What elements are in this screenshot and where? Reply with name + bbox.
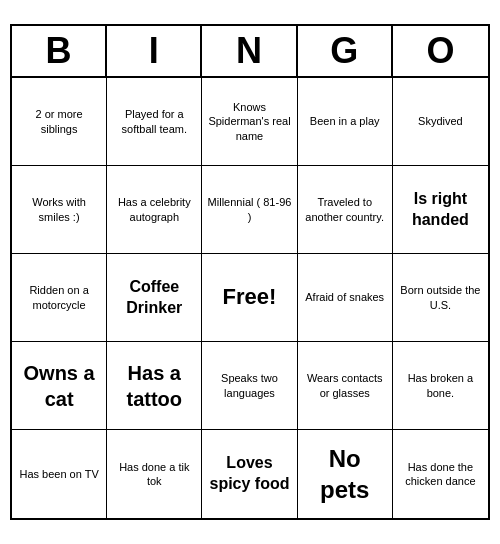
bingo-header: BINGO (12, 26, 488, 78)
bingo-cell-13: Afraid of snakes (298, 254, 393, 342)
bingo-grid: 2 or more siblingsPlayed for a softball … (12, 78, 488, 518)
bingo-cell-16: Has a tattoo (107, 342, 202, 430)
bingo-cell-1: Played for a softball team. (107, 78, 202, 166)
bingo-cell-17: Speaks two languages (202, 342, 297, 430)
bingo-cell-11: Coffee Drinker (107, 254, 202, 342)
bingo-cell-15: Owns a cat (12, 342, 107, 430)
bingo-cell-12: Free! (202, 254, 297, 342)
bingo-cell-6: Has a celebrity autograph (107, 166, 202, 254)
header-letter-n: N (202, 26, 297, 76)
bingo-cell-5: Works with smiles :) (12, 166, 107, 254)
bingo-cell-18: Wears contacts or glasses (298, 342, 393, 430)
bingo-cell-8: Traveled to another country. (298, 166, 393, 254)
bingo-cell-0: 2 or more siblings (12, 78, 107, 166)
bingo-cell-14: Born outside the U.S. (393, 254, 488, 342)
header-letter-b: B (12, 26, 107, 76)
bingo-card: BINGO 2 or more siblingsPlayed for a sof… (10, 24, 490, 520)
header-letter-o: O (393, 26, 488, 76)
bingo-cell-10: Ridden on a motorcycle (12, 254, 107, 342)
bingo-cell-20: Has been on TV (12, 430, 107, 518)
bingo-cell-2: Knows Spiderman's real name (202, 78, 297, 166)
bingo-cell-9: Is right handed (393, 166, 488, 254)
bingo-cell-22: Loves spicy food (202, 430, 297, 518)
bingo-cell-21: Has done a tik tok (107, 430, 202, 518)
header-letter-i: I (107, 26, 202, 76)
bingo-cell-7: Millennial ( 81-96 ) (202, 166, 297, 254)
bingo-cell-3: Been in a play (298, 78, 393, 166)
bingo-cell-23: No pets (298, 430, 393, 518)
bingo-cell-24: Has done the chicken dance (393, 430, 488, 518)
bingo-cell-4: Skydived (393, 78, 488, 166)
bingo-cell-19: Has broken a bone. (393, 342, 488, 430)
header-letter-g: G (298, 26, 393, 76)
